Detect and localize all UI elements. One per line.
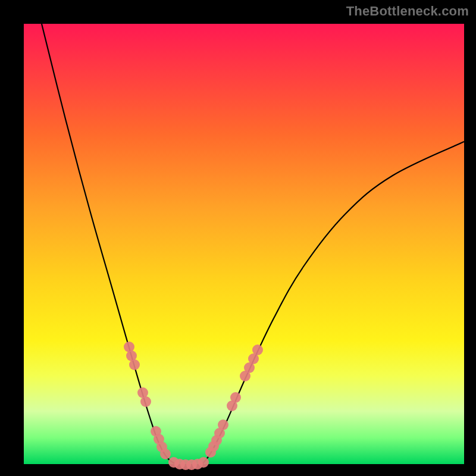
watermark-text: TheBottleneck.com [346, 4, 469, 19]
marker-right [252, 345, 263, 355]
marker-bottom [198, 457, 209, 468]
curve-layer [24, 24, 464, 464]
marker-left [140, 396, 151, 407]
curve-left [42, 24, 176, 464]
curve-right [202, 142, 464, 464]
marker-left [129, 359, 140, 370]
marker-right [230, 392, 241, 403]
marker-right [218, 419, 228, 430]
chart-frame: TheBottleneck.com [0, 0, 476, 476]
marker-left [160, 449, 171, 459]
plot-area [24, 24, 464, 464]
marker-group [124, 342, 263, 470]
